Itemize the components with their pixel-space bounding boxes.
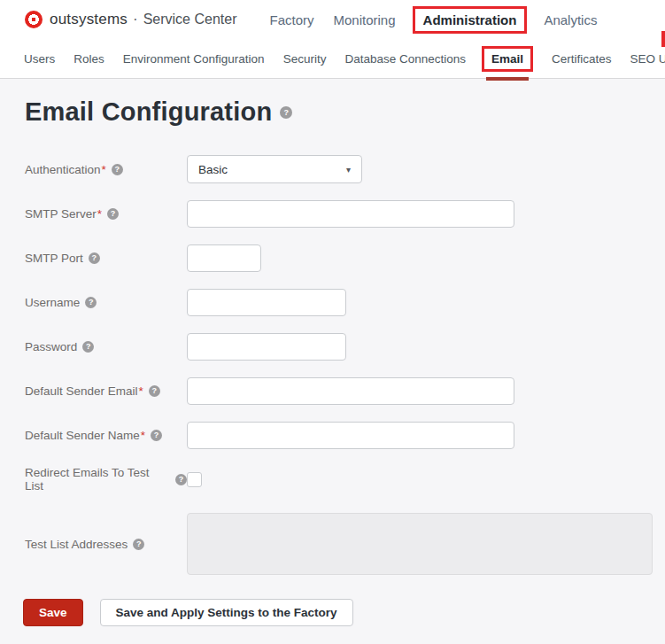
field-row-authentication: Authentication*?Basic▾ — [0, 155, 665, 183]
field-label-text: Test List Addresses — [25, 538, 128, 551]
top-nav-item-administration[interactable]: Administration — [413, 6, 528, 34]
field-label-text: SMTP Port — [25, 252, 83, 265]
help-icon[interactable]: ? — [89, 252, 100, 264]
help-icon[interactable]: ? — [112, 164, 123, 175]
field-label-text: Default Sender Name — [25, 429, 140, 442]
smtp-port-input[interactable] — [187, 244, 261, 272]
outsystems-logo-icon — [25, 11, 43, 28]
field-label: SMTP Server*? — [25, 207, 187, 221]
sub-nav-item-security[interactable]: Security — [283, 52, 327, 66]
field-label: Password? — [25, 340, 187, 353]
username-input[interactable] — [187, 289, 346, 316]
field-label: SMTP Port? — [25, 252, 187, 265]
sub-nav-item-users[interactable]: Users — [24, 52, 55, 66]
field-row-default-sender-email: Default Sender Email*? — [0, 376, 665, 405]
smtp-server-input[interactable] — [187, 200, 514, 228]
field-label: Test List Addresses? — [25, 538, 187, 551]
field-label-text: Default Sender Email — [25, 384, 138, 398]
default-sender-name-input[interactable] — [187, 422, 514, 449]
redirect-emails-checkbox[interactable] — [187, 472, 202, 487]
authentication-select[interactable]: Basic▾ — [187, 155, 362, 183]
field-label: Redirect Emails To Test List? — [25, 466, 187, 493]
sub-nav-item-environment-configuration[interactable]: Environment Configuration — [123, 52, 265, 66]
form-buttons: SaveSave and Apply Settings to the Facto… — [0, 599, 665, 626]
save-apply-button[interactable]: Save and Apply Settings to the Factory — [100, 599, 353, 626]
help-icon[interactable]: ? — [107, 208, 119, 220]
field-row-smtp-server: SMTP Server*? — [0, 199, 665, 228]
brand-name: outsystems — [50, 11, 128, 28]
field-row-default-sender-name: Default Sender Name*? — [0, 421, 665, 449]
email-configuration-page: Email Configuration ? Authentication*?Ba… — [0, 79, 665, 644]
field-label: Default Sender Name*? — [25, 429, 187, 442]
field-label-text: Redirect Emails To Test List — [25, 466, 170, 493]
required-marker: * — [139, 384, 143, 398]
sub-nav-item-seo-urls[interactable]: SEO URLs — [630, 52, 665, 66]
field-label: Default Sender Email*? — [25, 384, 187, 398]
field-row-test-list-addresses: Test List Addresses? — [0, 513, 665, 575]
email-configuration-form: Authentication*?Basic▾SMTP Server*?SMTP … — [0, 155, 665, 575]
help-icon[interactable]: ? — [280, 106, 292, 119]
required-marker: * — [141, 429, 145, 442]
top-nav-item-monitoring[interactable]: Monitoring — [334, 12, 396, 27]
save-button[interactable]: Save — [23, 599, 83, 626]
help-icon[interactable]: ? — [85, 297, 97, 308]
test-list-addresses-textarea — [187, 513, 653, 575]
admin-sub-nav: UsersRolesEnvironment ConfigurationSecur… — [0, 39, 665, 79]
password-input[interactable] — [187, 333, 346, 361]
sub-nav-item-certificates[interactable]: Certificates — [552, 52, 612, 66]
top-header: outsystems · Service Center FactoryMonit… — [0, 0, 665, 39]
field-label: Username? — [25, 296, 187, 309]
sub-nav-item-roles[interactable]: Roles — [73, 52, 104, 66]
product-name: Service Center — [143, 12, 237, 27]
top-nav-item-analytics[interactable]: Analytics — [544, 12, 597, 27]
field-label-text: Authentication — [25, 163, 101, 176]
default-sender-email-input[interactable] — [187, 377, 514, 405]
field-label: Authentication*? — [25, 163, 187, 176]
annotation-fragment — [661, 31, 665, 47]
help-icon[interactable]: ? — [133, 539, 144, 550]
selected-value: Basic — [198, 163, 228, 176]
page-title: Email Configuration — [25, 97, 272, 127]
help-icon[interactable]: ? — [175, 474, 187, 485]
field-label-text: SMTP Server — [25, 207, 97, 221]
required-marker: * — [97, 207, 102, 221]
help-icon[interactable]: ? — [149, 385, 160, 397]
help-icon[interactable]: ? — [151, 430, 162, 441]
top-nav-item-factory[interactable]: Factory — [269, 12, 313, 27]
required-marker: * — [102, 163, 106, 176]
sub-nav-item-email[interactable]: Email — [482, 46, 533, 72]
field-row-username: Username? — [0, 288, 665, 316]
field-label-text: Password — [25, 340, 77, 353]
field-row-password: Password? — [0, 332, 665, 361]
top-nav: FactoryMonitoringAdministrationAnalytics — [259, 6, 607, 34]
page-title-row: Email Configuration ? — [0, 97, 665, 127]
chevron-down-icon: ▾ — [346, 165, 351, 175]
sub-nav-item-database-connections[interactable]: Database Connections — [344, 52, 466, 66]
help-icon[interactable]: ? — [82, 341, 94, 353]
field-label-text: Username — [25, 296, 80, 309]
field-row-smtp-port: SMTP Port? — [0, 244, 665, 272]
brand-separator: · — [133, 11, 138, 28]
field-row-redirect-emails: Redirect Emails To Test List? — [0, 465, 665, 493]
